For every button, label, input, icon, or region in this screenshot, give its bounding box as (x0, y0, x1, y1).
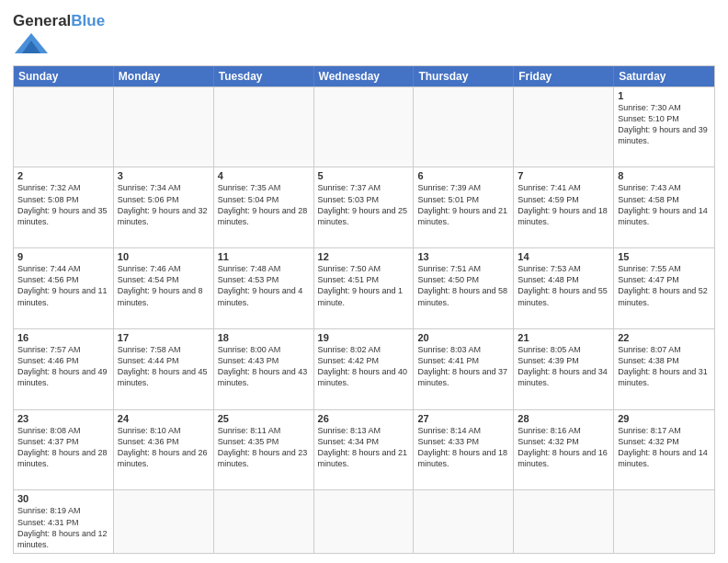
day-number: 24 (118, 413, 210, 424)
day-number: 3 (118, 170, 210, 181)
day-number: 18 (218, 332, 310, 343)
calendar-body: 1Sunrise: 7:30 AM Sunset: 5:10 PM Daylig… (14, 86, 714, 553)
day-number: 23 (17, 413, 109, 424)
calendar-cell-w2-d5: 14Sunrise: 7:53 AM Sunset: 4:48 PM Dayli… (514, 248, 614, 328)
calendar-cell-w3-d2: 18Sunrise: 8:00 AM Sunset: 4:43 PM Dayli… (214, 329, 314, 409)
day-number: 29 (618, 413, 711, 424)
calendar-cell-w4-d2: 25Sunrise: 8:11 AM Sunset: 4:35 PM Dayli… (214, 410, 314, 490)
calendar-row-3: 16Sunrise: 7:57 AM Sunset: 4:46 PM Dayli… (14, 328, 714, 409)
cell-info: Sunrise: 8:00 AM Sunset: 4:43 PM Dayligh… (218, 344, 310, 389)
logo: GeneralBlue (13, 13, 105, 60)
cell-info: Sunrise: 8:10 AM Sunset: 4:36 PM Dayligh… (118, 425, 210, 470)
day-number: 25 (218, 413, 310, 424)
cell-info: Sunrise: 7:30 AM Sunset: 5:10 PM Dayligh… (618, 102, 711, 147)
calendar-row-4: 23Sunrise: 8:08 AM Sunset: 4:37 PM Dayli… (14, 409, 714, 490)
day-number: 15 (618, 251, 711, 262)
calendar-cell-w4-d1: 24Sunrise: 8:10 AM Sunset: 4:36 PM Dayli… (114, 410, 214, 490)
cell-info: Sunrise: 7:37 AM Sunset: 5:03 PM Dayligh… (318, 182, 410, 227)
calendar-row-0: 1Sunrise: 7:30 AM Sunset: 5:10 PM Daylig… (14, 86, 714, 167)
cell-info: Sunrise: 8:16 AM Sunset: 4:32 PM Dayligh… (518, 425, 609, 470)
cell-info: Sunrise: 7:51 AM Sunset: 4:50 PM Dayligh… (417, 263, 509, 308)
calendar-cell-w3-d4: 20Sunrise: 8:03 AM Sunset: 4:41 PM Dayli… (414, 329, 514, 409)
weekday-header-sunday: Sunday (14, 66, 114, 86)
day-number: 26 (318, 413, 410, 424)
calendar-cell-w0-d6: 1Sunrise: 7:30 AM Sunset: 5:10 PM Daylig… (614, 87, 714, 167)
calendar-cell-w5-d0: 30Sunrise: 8:19 AM Sunset: 4:31 PM Dayli… (14, 490, 114, 553)
day-number: 10 (118, 251, 210, 262)
weekday-header-tuesday: Tuesday (214, 66, 314, 86)
calendar-cell-w5-d6 (614, 490, 714, 553)
cell-info: Sunrise: 8:07 AM Sunset: 4:38 PM Dayligh… (618, 344, 711, 389)
calendar-header: SundayMondayTuesdayWednesdayThursdayFrid… (14, 66, 714, 86)
cell-info: Sunrise: 8:11 AM Sunset: 4:35 PM Dayligh… (218, 425, 310, 470)
cell-info: Sunrise: 8:03 AM Sunset: 4:41 PM Dayligh… (417, 344, 509, 389)
weekday-header-monday: Monday (114, 66, 214, 86)
calendar-cell-w0-d0 (14, 87, 114, 167)
day-number: 5 (318, 170, 410, 181)
calendar-cell-w1-d4: 6Sunrise: 7:39 AM Sunset: 5:01 PM Daylig… (414, 167, 514, 247)
cell-info: Sunrise: 7:48 AM Sunset: 4:53 PM Dayligh… (218, 263, 310, 308)
calendar-cell-w3-d3: 19Sunrise: 8:02 AM Sunset: 4:42 PM Dayli… (314, 329, 415, 409)
cell-info: Sunrise: 8:17 AM Sunset: 4:32 PM Dayligh… (618, 425, 711, 470)
calendar-cell-w2-d0: 9Sunrise: 7:44 AM Sunset: 4:56 PM Daylig… (14, 248, 114, 328)
cell-info: Sunrise: 8:14 AM Sunset: 4:33 PM Dayligh… (417, 425, 509, 470)
day-number: 4 (218, 170, 310, 181)
calendar-cell-w4-d6: 29Sunrise: 8:17 AM Sunset: 4:32 PM Dayli… (614, 410, 714, 490)
cell-info: Sunrise: 8:05 AM Sunset: 4:39 PM Dayligh… (518, 344, 609, 389)
calendar-cell-w2-d3: 12Sunrise: 7:50 AM Sunset: 4:51 PM Dayli… (314, 248, 415, 328)
weekday-header-saturday: Saturday (614, 66, 714, 86)
calendar-cell-w2-d2: 11Sunrise: 7:48 AM Sunset: 4:53 PM Dayli… (214, 248, 314, 328)
day-number: 12 (318, 251, 410, 262)
day-number: 30 (17, 493, 109, 504)
calendar-cell-w0-d2 (214, 87, 314, 167)
day-number: 11 (218, 251, 310, 262)
page: GeneralBlue SundayMondayTuesdayWednesday… (0, 0, 728, 563)
calendar-cell-w3-d6: 22Sunrise: 8:07 AM Sunset: 4:38 PM Dayli… (614, 329, 714, 409)
calendar-cell-w0-d5 (514, 87, 614, 167)
calendar-cell-w1-d2: 4Sunrise: 7:35 AM Sunset: 5:04 PM Daylig… (214, 167, 314, 247)
weekday-header-friday: Friday (514, 66, 614, 86)
calendar-cell-w4-d4: 27Sunrise: 8:14 AM Sunset: 4:33 PM Dayli… (414, 410, 514, 490)
day-number: 20 (417, 332, 509, 343)
cell-info: Sunrise: 7:44 AM Sunset: 4:56 PM Dayligh… (17, 263, 109, 308)
logo-icon (15, 30, 48, 56)
calendar-row-2: 9Sunrise: 7:44 AM Sunset: 4:56 PM Daylig… (14, 247, 714, 328)
day-number: 2 (17, 170, 109, 181)
day-number: 28 (518, 413, 609, 424)
day-number: 21 (518, 332, 609, 343)
day-number: 13 (417, 251, 509, 262)
cell-info: Sunrise: 8:08 AM Sunset: 4:37 PM Dayligh… (17, 425, 109, 470)
calendar-cell-w5-d2 (214, 490, 314, 553)
cell-info: Sunrise: 7:35 AM Sunset: 5:04 PM Dayligh… (218, 182, 310, 227)
weekday-header-wednesday: Wednesday (314, 66, 415, 86)
calendar-cell-w1-d5: 7Sunrise: 7:41 AM Sunset: 4:59 PM Daylig… (514, 167, 614, 247)
cell-info: Sunrise: 8:19 AM Sunset: 4:31 PM Dayligh… (17, 505, 109, 550)
cell-info: Sunrise: 7:39 AM Sunset: 5:01 PM Dayligh… (417, 182, 509, 227)
logo-general: General (13, 12, 71, 29)
day-number: 1 (618, 90, 711, 101)
cell-info: Sunrise: 7:55 AM Sunset: 4:47 PM Dayligh… (618, 263, 711, 308)
calendar-cell-w3-d1: 17Sunrise: 7:58 AM Sunset: 4:44 PM Dayli… (114, 329, 214, 409)
calendar-cell-w4-d3: 26Sunrise: 8:13 AM Sunset: 4:34 PM Dayli… (314, 410, 415, 490)
day-number: 8 (618, 170, 711, 181)
calendar-cell-w1-d6: 8Sunrise: 7:43 AM Sunset: 4:58 PM Daylig… (614, 167, 714, 247)
day-number: 14 (518, 251, 609, 262)
day-number: 27 (417, 413, 509, 424)
cell-info: Sunrise: 7:43 AM Sunset: 4:58 PM Dayligh… (618, 182, 711, 227)
day-number: 9 (17, 251, 109, 262)
calendar-cell-w5-d5 (514, 490, 614, 553)
cell-info: Sunrise: 7:46 AM Sunset: 4:54 PM Dayligh… (118, 263, 210, 308)
calendar-cell-w4-d0: 23Sunrise: 8:08 AM Sunset: 4:37 PM Dayli… (14, 410, 114, 490)
cell-info: Sunrise: 7:41 AM Sunset: 4:59 PM Dayligh… (518, 182, 609, 227)
cell-info: Sunrise: 7:53 AM Sunset: 4:48 PM Dayligh… (518, 263, 609, 308)
calendar-cell-w1-d3: 5Sunrise: 7:37 AM Sunset: 5:03 PM Daylig… (314, 167, 415, 247)
cell-info: Sunrise: 8:02 AM Sunset: 4:42 PM Dayligh… (318, 344, 410, 389)
calendar-cell-w3-d0: 16Sunrise: 7:57 AM Sunset: 4:46 PM Dayli… (14, 329, 114, 409)
calendar-cell-w2-d4: 13Sunrise: 7:51 AM Sunset: 4:50 PM Dayli… (414, 248, 514, 328)
calendar-cell-w4-d5: 28Sunrise: 8:16 AM Sunset: 4:32 PM Dayli… (514, 410, 614, 490)
day-number: 17 (118, 332, 210, 343)
calendar-row-1: 2Sunrise: 7:32 AM Sunset: 5:08 PM Daylig… (14, 167, 714, 247)
calendar-row-5: 30Sunrise: 8:19 AM Sunset: 4:31 PM Dayli… (14, 489, 714, 553)
calendar-cell-w0-d3 (314, 87, 415, 167)
weekday-header-thursday: Thursday (414, 66, 514, 86)
